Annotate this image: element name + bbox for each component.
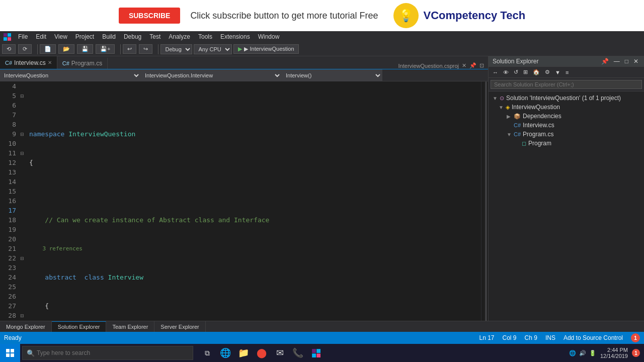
se-more-btn[interactable]: ≡ — [564, 68, 571, 76]
toolbar-forward-btn[interactable]: ⟳ — [18, 44, 32, 54]
file-tabs-bar: C# Interview.cs ✕ C# Program.cs Intervie… — [0, 56, 488, 69]
collapse-ns-btn[interactable]: ⊟ — [20, 94, 24, 99]
se-minimize-btn[interactable]: — — [612, 58, 621, 65]
code-line-5: namespace InterviewQuestion — [29, 129, 481, 139]
se-show-all-btn[interactable]: 👁 — [501, 68, 511, 76]
file-path-label: InterviewQuestion.csproj — [398, 63, 459, 69]
subscribe-button[interactable]: SUBSCRIBE — [119, 8, 180, 24]
btab-server-explorer[interactable]: Server Explorer — [154, 321, 205, 332]
toolbar-new-btn[interactable]: 📄 — [40, 44, 56, 54]
menu-bar: File Edit View Project Build Debug Test … — [0, 31, 644, 42]
file-type-icon-2: C# — [62, 60, 69, 66]
tab-program-cs[interactable]: C# Program.cs — [57, 58, 108, 69]
code-line-4 — [29, 101, 481, 110]
collapse-ctor-btn[interactable]: ⊟ — [20, 151, 24, 156]
toolbar-open-btn[interactable]: 📂 — [58, 44, 74, 54]
toolbar-redo-btn[interactable]: ↪ — [139, 44, 152, 54]
method-selector[interactable]: Interview() — [282, 69, 382, 81]
editor-scrollbar[interactable] — [481, 81, 488, 321]
file-type-icon: C# — [5, 60, 12, 66]
member-selector[interactable]: InterviewQuestion.Interview — [141, 69, 282, 81]
mail-icon[interactable]: ✉ — [272, 344, 288, 362]
btab-mongo-explorer[interactable]: Mongo Explorer — [0, 321, 52, 332]
menu-test[interactable]: Test — [145, 32, 165, 41]
file-explorer-icon[interactable]: 📁 — [235, 344, 252, 362]
tab-close-icon[interactable]: ✕ — [48, 60, 52, 65]
start-button[interactable] — [0, 344, 20, 362]
se-interview-cs-node[interactable]: C# Interview.cs — [489, 121, 644, 130]
platform-select[interactable]: Any CPU — [194, 44, 232, 54]
banner-text: Click subscribe button to get more tutor… — [190, 11, 378, 21]
menu-project[interactable]: Project — [71, 32, 98, 41]
toolbar-back-btn[interactable]: ⟲ — [2, 44, 16, 54]
network-icon: 🌐 — [569, 350, 576, 356]
menu-build[interactable]: Build — [98, 32, 120, 41]
debug-config-select[interactable]: Debug — [160, 44, 192, 54]
expand-deps-icon: ▶ — [507, 114, 512, 119]
menu-debug[interactable]: Debug — [120, 32, 145, 41]
collapse-iface-btn[interactable]: ⊟ — [20, 256, 24, 261]
status-ln: Ln 17 — [479, 334, 495, 341]
toolbar-saveall-btn[interactable]: 💾+ — [96, 44, 115, 54]
main-area: C# Interview.cs ✕ C# Program.cs Intervie… — [0, 56, 644, 332]
se-close-btn[interactable]: ✕ — [632, 58, 640, 65]
se-program-class-node[interactable]: ◻ Program — [489, 139, 644, 148]
split-file-btn[interactable]: ⊡ — [479, 62, 484, 69]
menu-analyze[interactable]: Analyze — [165, 32, 194, 41]
se-dependencies-node[interactable]: ▶ 📦 Dependencies — [489, 112, 644, 121]
se-filter-btn[interactable]: ▼ — [553, 68, 562, 76]
run-button[interactable]: ▶ ▶ InterviewQuestion — [233, 44, 298, 54]
edge-icon[interactable]: 🌐 — [217, 344, 233, 362]
se-settings-btn[interactable]: ⚙ — [543, 68, 552, 76]
se-project-node[interactable]: ▼ ◈ InterviewQuestion — [489, 103, 644, 112]
toolbar-save-btn[interactable]: 💾 — [77, 44, 93, 54]
tab-interview-cs[interactable]: C# Interview.cs ✕ — [0, 56, 57, 69]
svg-rect-5 — [11, 349, 14, 352]
menu-tools[interactable]: Tools — [194, 32, 216, 41]
toolbar-undo-btn[interactable]: ↩ — [123, 44, 136, 54]
status-ins: INS — [545, 334, 555, 341]
class-icon: ◻ — [522, 140, 526, 147]
se-search-input[interactable] — [491, 80, 642, 89]
menu-edit[interactable]: Edit — [32, 32, 50, 41]
se-collapse-all-btn[interactable]: ⊞ — [521, 68, 530, 76]
code-editor[interactable]: 4 5 6 7 8 9 10 11 12 13 14 15 16 17 18 1… — [0, 81, 488, 321]
vs-logo-icon — [3, 33, 11, 41]
collapse-client-btn[interactable]: ⊟ — [20, 313, 24, 318]
se-pin-btn[interactable]: 📌 — [600, 58, 610, 65]
taskbar-search-bar[interactable]: 🔍 — [22, 346, 193, 360]
code-text-area[interactable]: namespace InterviewQuestion { // Can we … — [27, 81, 481, 321]
vs-taskbar-icon[interactable] — [308, 344, 324, 362]
interview-cs-label: Interview.cs — [523, 122, 554, 129]
menu-file[interactable]: File — [14, 32, 32, 41]
se-solution-node[interactable]: ▼ ⊙ Solution 'InterviewQuestion' (1 of 1… — [489, 94, 644, 103]
svg-rect-4 — [6, 349, 10, 352]
collapse-class-btn[interactable]: ⊟ — [20, 132, 24, 137]
main-toolbar: ⟲ ⟳ 📄 📂 💾 💾+ ↩ ↪ Debug Any CPU ▶ ▶ Inter… — [0, 42, 644, 56]
pin-file-btn[interactable]: 📌 — [469, 62, 476, 69]
se-title-bar: Solution Explorer 📌 — □ ✕ — [489, 56, 644, 67]
menu-extensions[interactable]: Extensions — [216, 32, 254, 41]
skype-icon[interactable]: 📞 — [290, 344, 306, 362]
btab-solution-explorer[interactable]: Solution Explorer — [52, 321, 107, 332]
status-source-control[interactable]: Add to Source Control — [564, 334, 623, 341]
se-maximize-btn[interactable]: □ — [623, 58, 630, 65]
se-refresh-btn[interactable]: ↺ — [512, 68, 520, 76]
svg-rect-6 — [6, 353, 10, 357]
se-program-cs-node[interactable]: ▼ C# Program.cs — [489, 130, 644, 139]
taskview-btn[interactable]: ⧉ — [199, 344, 215, 362]
taskbar-notification-badge: 1 — [632, 349, 640, 357]
solution-icon: ⊙ — [500, 95, 504, 102]
taskbar-right: 🌐 🔊 🔋 2:44 PM 12/14/2019 1 — [569, 347, 644, 359]
menu-view[interactable]: View — [50, 32, 71, 41]
status-ch: Ch 9 — [525, 334, 537, 341]
se-sync-btn[interactable]: ↔ — [491, 68, 500, 76]
class-selector[interactable]: InterviewQuestion — [0, 69, 141, 81]
se-home-btn[interactable]: 🏠 — [531, 68, 542, 76]
close-file-btn[interactable]: ✕ — [462, 62, 466, 69]
menu-window[interactable]: Window — [254, 32, 284, 41]
taskbar-search-input[interactable] — [37, 349, 189, 356]
btab-team-explorer[interactable]: Team Explorer — [106, 321, 154, 332]
expand-program-icon: ▼ — [507, 132, 512, 137]
chrome-icon[interactable]: ⬤ — [254, 344, 270, 362]
